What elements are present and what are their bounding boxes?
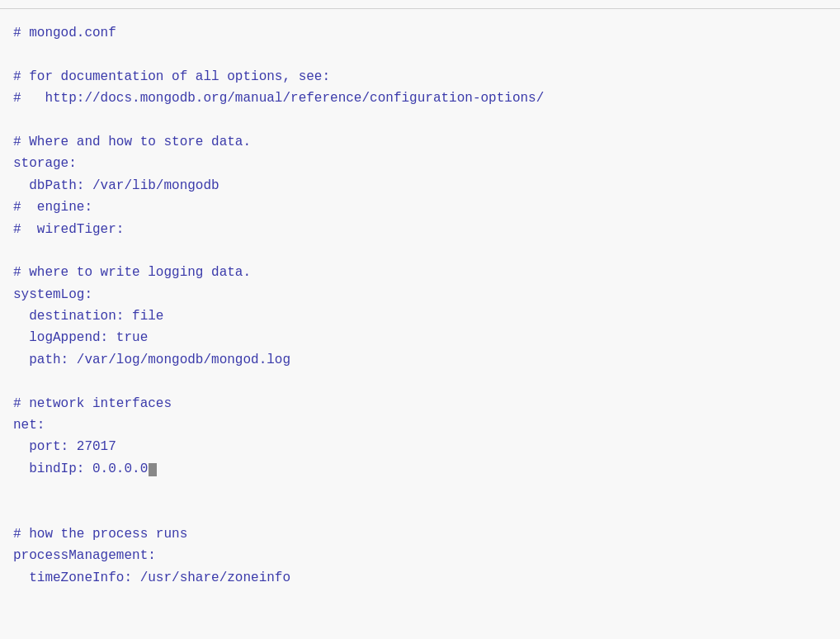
code-line [13,480,827,501]
code-line: # where to write logging data. [13,262,827,283]
code-line [13,589,827,610]
code-line: dbPath: /var/lib/mongodb [13,175,827,196]
code-line: # engine: [13,196,827,218]
code-line [13,371,827,392]
code-block[interactable]: # mongod.conf # for documentation of all… [0,16,840,618]
code-line [13,502,827,523]
code-line: destination: file [13,305,827,327]
top-border [0,8,840,9]
code-line: storage: [13,153,827,174]
code-line[interactable]: bindIp: 0.0.0.0 [13,458,827,480]
code-line: # for documentation of all options, see: [13,66,827,88]
code-line: # mongod.conf [13,22,827,44]
code-line: path: /var/log/mongodb/mongod.log [13,349,827,371]
code-line: # network interfaces [13,393,827,414]
code-line: systemLog: [13,284,827,305]
code-line: # http://docs.mongodb.org/manual/referen… [13,88,827,109]
code-line: processManagement: [13,545,827,566]
code-line: logAppend: true [13,327,827,348]
code-line [13,44,827,65]
code-line [13,240,827,262]
code-line: # how the process runs [13,523,827,545]
code-line: port: 27017 [13,436,827,457]
code-line: net: [13,414,827,436]
code-line: # wiredTiger: [13,219,827,240]
code-line [13,110,827,131]
editor-container: # mongod.conf # for documentation of all… [0,0,840,639]
text-cursor [149,463,157,476]
code-line: timeZoneInfo: /usr/share/zoneinfo [13,567,827,589]
code-line: # Where and how to store data. [13,131,827,153]
